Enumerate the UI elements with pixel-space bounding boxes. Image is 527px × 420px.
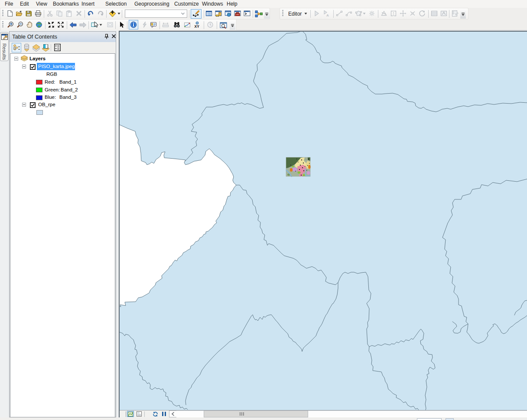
- svg-text:XY: XY: [195, 24, 200, 28]
- svg-text:A: A: [326, 13, 329, 17]
